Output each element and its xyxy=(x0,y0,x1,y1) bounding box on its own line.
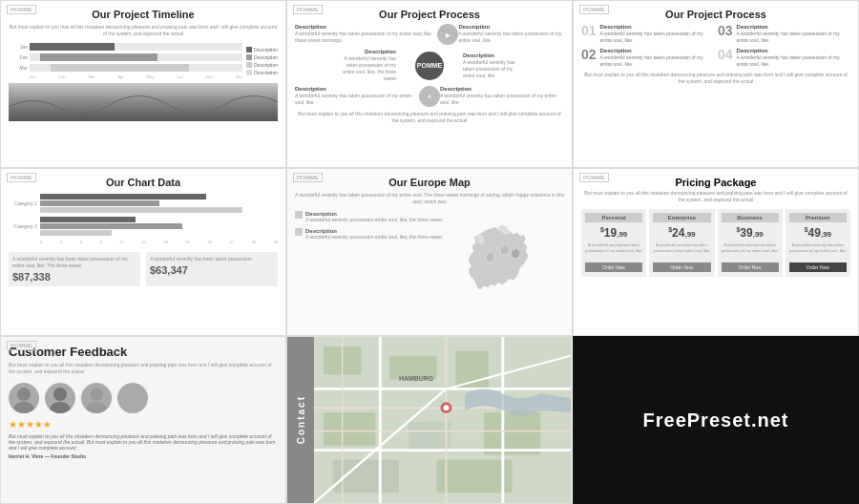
avatar-4 xyxy=(117,383,148,413)
svg-point-0 xyxy=(17,388,31,401)
process2-text-title: Description xyxy=(737,48,850,53)
gantt-legend: Description Description Description Desc… xyxy=(246,43,278,79)
svg-point-5 xyxy=(86,402,107,413)
stat-box-1: A wonderful serenity has been taken poss… xyxy=(9,252,140,286)
gantt-row-2: Feb xyxy=(9,53,242,61)
process2-footer: But must explain to you all this mistake… xyxy=(581,72,850,85)
slide-pricing: POMME Pricing Package But must explain t… xyxy=(573,168,859,336)
legend-dot xyxy=(246,47,252,52)
gantt-chart: Jan Feb Mar xyxy=(9,43,278,79)
axis-num: 15 xyxy=(141,240,145,244)
axis-num: 3 xyxy=(60,240,62,244)
legend-text: Description xyxy=(254,62,278,68)
gantt-label: Feb xyxy=(9,54,28,60)
pricing-btn-1[interactable]: Order Now xyxy=(585,262,642,272)
pomme-badge-6: POMME xyxy=(579,173,609,182)
map-desc-item-1: Description A wonderful serenity possess… xyxy=(295,211,442,222)
svg-point-2 xyxy=(53,388,67,401)
contact-label-text: Contact xyxy=(296,395,306,444)
month-jun: Jun xyxy=(177,74,182,79)
process2-title: Our Project Process xyxy=(581,9,850,20)
process2-num: 04 xyxy=(718,48,733,61)
process-desc-text: A wonderful serenity has taken possessio… xyxy=(339,55,396,82)
slide-europe: POMME Our Europe Map A wonderful serenit… xyxy=(286,168,573,336)
process-desc-title: Description xyxy=(463,52,520,58)
process-desc-br: Description A wonderful serenity has tak… xyxy=(440,86,564,106)
month-nov: Nov xyxy=(206,74,213,79)
timeline-title: Our Project Timeline xyxy=(9,9,278,20)
gantt-months: Jan Feb Mar Apr May Jun Nov Dec xyxy=(9,74,242,79)
month-mar: Mar xyxy=(88,74,94,79)
feedback-title: Customer Feedback xyxy=(9,345,278,359)
pricing-header-3: Business xyxy=(722,213,779,222)
month-feb: Feb xyxy=(58,74,65,79)
month-dec: Dec xyxy=(236,74,242,79)
svg-point-29 xyxy=(443,405,449,410)
svg-point-1 xyxy=(13,402,34,413)
pomme-badge-7: POMME xyxy=(7,341,36,350)
svg-rect-13 xyxy=(409,422,450,451)
stat-box-2: A wonderful serenity has been taken poss… xyxy=(146,252,278,286)
bar-chart: Category 1 Category 2 0 3 6 9 xyxy=(9,194,278,244)
axis-num: 24 xyxy=(207,240,211,244)
bar-segment xyxy=(40,217,136,222)
axis-num: 30 xyxy=(251,240,255,244)
svg-point-3 xyxy=(50,402,71,413)
slide-timeline: POMME Our Project Timeline But must expl… xyxy=(0,0,286,168)
svg-text:HAMBURG: HAMBURG xyxy=(399,375,433,382)
pomme-badge-2: POMME xyxy=(293,5,323,14)
gantt-track xyxy=(30,43,242,51)
process-desc-title: Description xyxy=(458,24,564,30)
pricing-col-enterprise: Enterprise $24,99 A wonderful serenity h… xyxy=(649,209,714,277)
map-svg: HAMBURG xyxy=(314,337,571,503)
slide-process2: POMME Our Project Process 01 Description… xyxy=(573,0,859,168)
feedback-subtitle: But must explain to you all this mistake… xyxy=(9,362,278,375)
axis-num: 33 xyxy=(273,240,277,244)
slide-feedback: POMME Customer Feedback But must explain… xyxy=(0,336,286,504)
process-desc-text: A wonderful serenity has taken possessio… xyxy=(440,93,564,106)
slide-chart: POMME Our Chart Data Category 1 Category… xyxy=(0,168,286,336)
legend-item: Description xyxy=(246,70,278,75)
process2-info: Description A wonderful serenity has tak… xyxy=(600,24,714,44)
process-desc-title: Description xyxy=(339,49,396,54)
legend-dot xyxy=(246,70,252,75)
contact-map-panel: Contact xyxy=(287,337,572,503)
svg-rect-11 xyxy=(455,351,489,389)
bar-row-2: Category 2 xyxy=(9,217,278,236)
gantt-bar xyxy=(51,64,189,72)
process2-num: 03 xyxy=(718,24,733,37)
legend-item: Description xyxy=(246,62,278,68)
process2-text-title: Description xyxy=(600,24,714,30)
legend-text: Description xyxy=(254,54,278,60)
process-desc-text: A wonderful serenity has taken possessio… xyxy=(295,93,419,106)
europe-map-svg xyxy=(448,211,564,326)
map-desc-side: Description A wonderful serenity possess… xyxy=(295,211,442,326)
axis-num: 21 xyxy=(185,240,189,244)
pricing-btn-4[interactable]: Order Now xyxy=(789,262,847,272)
process2-text: A wonderful serenity has taken possessio… xyxy=(737,31,850,44)
process-desc-text: A wonderful serenity has taken possessio… xyxy=(463,59,520,79)
feedback-stars: ★★★★★ xyxy=(9,419,278,430)
pricing-col-personal: Personal $19,99 A wonderful serenity has… xyxy=(581,209,646,277)
gantt-row-1: Jan xyxy=(9,43,242,51)
bar-segment xyxy=(40,207,242,213)
legend-text: Description xyxy=(254,47,278,52)
axis-num: 0 xyxy=(40,240,42,244)
pricing-desc-3: A wonderful serenity has taken possessio… xyxy=(722,242,779,253)
pricing-columns: Personal $19,99 A wonderful serenity has… xyxy=(581,209,850,277)
pomme-badge-1: POMME xyxy=(7,5,36,14)
pricing-price-2: $24,99 xyxy=(653,226,710,240)
pricing-btn-3[interactable]: Order Now xyxy=(722,262,779,272)
process2-info: Description A wonderful serenity has tak… xyxy=(737,24,850,44)
map-desc-icon xyxy=(295,228,303,236)
map-desc-item-2: Description A wonderful serenity possess… xyxy=(295,228,442,240)
stat-value-2: $63,347 xyxy=(150,264,274,276)
pricing-btn-2[interactable]: Order Now xyxy=(653,262,710,272)
avatar-2 xyxy=(45,383,75,413)
map-desc-text: A wonderful serenity possession entire s… xyxy=(305,234,442,240)
stat-label: A wonderful serenity has been taken poss… xyxy=(150,256,274,262)
bar-segment xyxy=(40,230,112,236)
process2-item-1: 01 Description A wonderful serenity has … xyxy=(581,24,714,44)
gantt-track xyxy=(30,53,242,61)
gantt-bars: Jan Feb Mar xyxy=(9,43,242,79)
